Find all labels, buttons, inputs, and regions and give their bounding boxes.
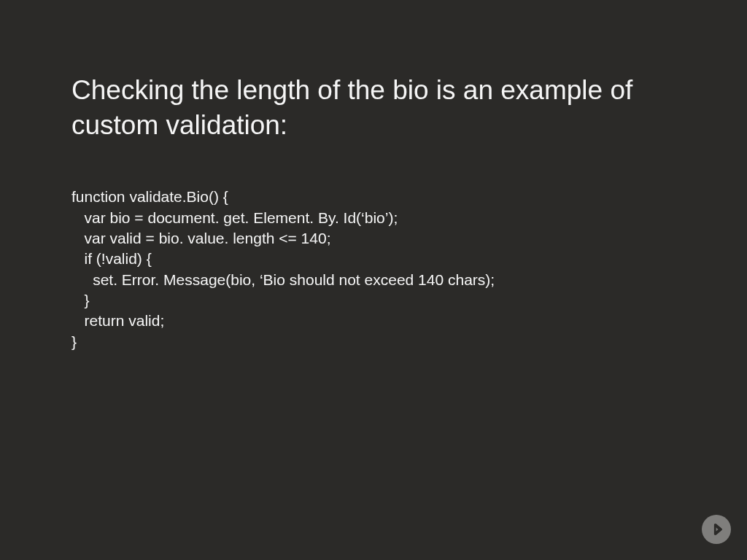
code-line: set. Error. Message(bio, ‘Bio should not… <box>71 271 495 288</box>
code-line: if (!valid) { <box>71 250 152 267</box>
slide-content: Checking the length of the bio is an exa… <box>0 0 747 352</box>
next-button[interactable] <box>702 515 731 544</box>
code-line: function validate.Bio() { <box>71 188 228 205</box>
code-block: function validate.Bio() { var bio = docu… <box>71 187 676 352</box>
slide-heading: Checking the length of the bio is an exa… <box>71 73 676 143</box>
code-line: var bio = document. get. Element. By. Id… <box>71 209 398 226</box>
code-line: } <box>71 333 77 350</box>
code-line: var valid = bio. value. length <= 140; <box>71 230 330 246</box>
arrow-right-icon <box>709 521 725 537</box>
code-line: return valid; <box>71 312 164 329</box>
code-line: } <box>71 292 90 308</box>
